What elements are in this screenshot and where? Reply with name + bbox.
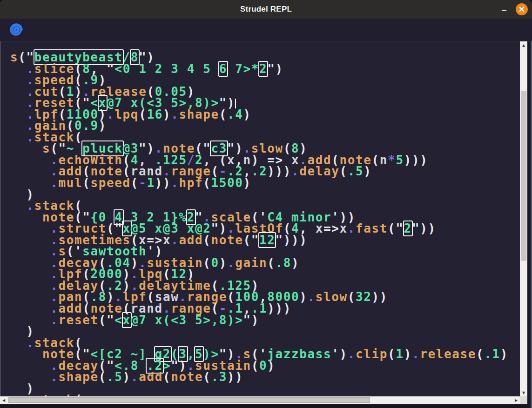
code-token: ")	[243, 313, 259, 327]
code-token: fast	[356, 221, 388, 235]
code-token: (	[372, 153, 380, 167]
vertical-scrollbar[interactable]: ▲ ▼	[520, 41, 527, 396]
horizontal-scrollbar-thumb[interactable]	[8, 397, 370, 403]
code-token: '	[331, 347, 339, 361]
scroll-right-icon: ▶	[515, 398, 518, 402]
code-token: (	[163, 370, 171, 384]
code-token: 1500	[211, 176, 243, 190]
code-token: shape	[179, 107, 219, 121]
code-line: .reset("<x@7 x(<3 5>,8)>")	[10, 314, 521, 326]
code-token: )	[364, 164, 371, 178]
vertical-scrollbar-thumb[interactable]	[521, 91, 526, 261]
scroll-up-icon: ▲	[522, 43, 525, 47]
code-token: 32	[356, 290, 372, 304]
active-token-highlight: x	[123, 313, 131, 327]
code-lines: s("beautybeast/8") .slice(8, "<0 1 2 3 4…	[10, 52, 521, 396]
code-token: )	[500, 347, 508, 361]
code-line: )	[10, 326, 521, 337]
code-token	[10, 393, 27, 396]
code-token: add	[179, 233, 203, 247]
code-token: .1	[484, 347, 500, 361]
horizontal-scrollbar[interactable]: ◀ ▶	[0, 396, 520, 404]
code-token: .	[412, 347, 420, 361]
close-button[interactable]: ×	[516, 3, 528, 15]
code-editor[interactable]: s("beautybeast/8") .slice(8, "<0 1 2 3 4…	[1, 41, 521, 396]
code-token: .5	[107, 370, 123, 384]
code-token: .	[107, 107, 114, 121]
code-token: jazzbass	[267, 347, 331, 361]
code-token: "))	[412, 221, 436, 235]
bottom-window-edge	[0, 404, 527, 408]
code-line: .mul(speed(-1)).hpf(1500)	[10, 177, 521, 189]
code-token: x	[340, 221, 348, 235]
code-token: x	[316, 221, 323, 235]
code-token: note	[171, 370, 203, 384]
app-header	[0, 19, 532, 41]
code-token: )	[267, 359, 275, 373]
code-token: (	[203, 233, 211, 247]
code-token: ("	[388, 221, 404, 235]
minimize-button[interactable]: –	[498, 0, 511, 19]
code-token: -	[139, 176, 147, 190]
active-token-highlight: 2	[259, 62, 267, 76]
code-token: .	[27, 393, 34, 396]
strudel-repl-window: Strudel REPL – × s("beautybeast/8") .sli…	[0, 0, 532, 408]
active-token-highlight: 6	[219, 62, 227, 76]
code-token: )	[243, 176, 251, 190]
code-token: ")	[267, 62, 283, 76]
code-token: slow	[316, 290, 348, 304]
code-token: ))	[372, 290, 388, 304]
code-token: 5	[396, 153, 404, 167]
scroll-left-button[interactable]: ◀	[0, 396, 7, 404]
active-token-highlight: 12	[259, 233, 276, 247]
code-token: (	[99, 370, 107, 384]
code-token: .	[171, 176, 179, 190]
scroll-down-button[interactable]: ▼	[520, 389, 527, 396]
scroll-up-button[interactable]: ▲	[520, 41, 527, 49]
code-token: .2	[251, 164, 268, 178]
code-token: stack	[34, 393, 74, 396]
code-token: .	[348, 221, 356, 235]
code-token: gain	[235, 256, 267, 270]
code-line: )	[10, 383, 521, 395]
scroll-down-icon: ▼	[522, 391, 525, 395]
code-token: clip	[356, 347, 388, 361]
code-token: )	[243, 107, 251, 121]
code-token: speed	[91, 176, 131, 190]
code-token: ))	[155, 176, 171, 190]
code-token: )))	[404, 153, 428, 167]
code-token: mul	[59, 176, 83, 190]
code-token: .	[291, 164, 299, 178]
scroll-right-button[interactable]: ▶	[512, 396, 520, 404]
titlebar[interactable]: Strudel REPL – ×	[0, 0, 532, 19]
code-token: (	[82, 176, 90, 190]
right-window-edge	[527, 41, 532, 408]
code-token: .	[348, 347, 356, 361]
code-line: .gain(0.9)	[10, 120, 521, 132]
active-token-highlight: 2	[404, 221, 412, 235]
code-token: .4	[227, 107, 243, 121]
code-token: 1	[396, 347, 404, 361]
editor-pane: s("beautybeast/8") .slice(8, "<0 1 2 3 4…	[0, 41, 528, 408]
code-token: (	[74, 393, 82, 396]
strudel-spiral-logo-icon[interactable]	[10, 23, 23, 36]
code-token: )	[99, 119, 107, 133]
code-token: .3	[211, 370, 227, 384]
code-line: )	[10, 189, 521, 201]
code-token: 1	[147, 176, 155, 190]
code-token: delay	[299, 164, 339, 178]
code-token: @7 x(<3 5>,8)>	[131, 313, 243, 327]
code-token: .	[50, 313, 58, 327]
close-icon: ×	[518, 5, 525, 13]
scroll-left-icon: ◀	[2, 398, 5, 402]
code-token: )	[219, 256, 227, 270]
code-token: ("	[99, 313, 115, 327]
code-token: )))	[267, 164, 291, 178]
code-token: (	[348, 290, 356, 304]
code-token: )	[404, 347, 412, 361]
code-token: ("	[243, 233, 259, 247]
code-token: <	[114, 313, 122, 327]
code-token: release	[420, 347, 476, 361]
code-token: add	[139, 370, 163, 384]
code-token: (	[131, 176, 139, 190]
